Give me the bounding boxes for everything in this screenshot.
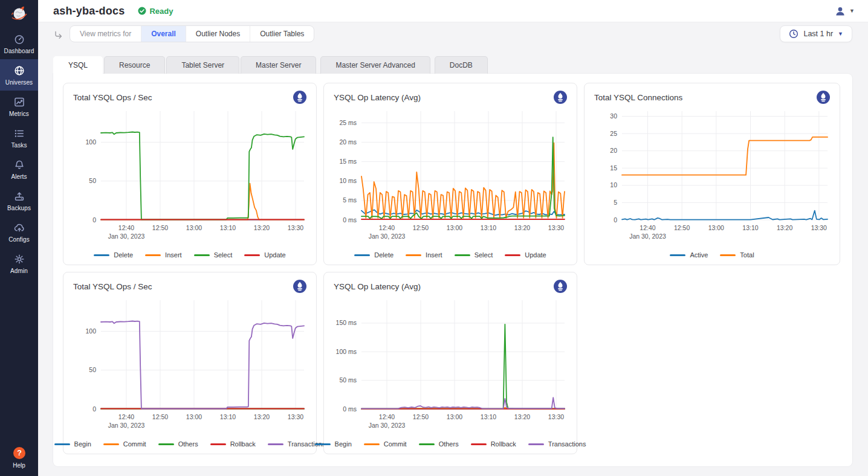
chart-plot[interactable]: 12:40Jan 30, 202312:5013:0013:1013:2013:… — [334, 295, 567, 438]
legend-swatch — [94, 254, 109, 256]
tasks-icon — [13, 127, 25, 140]
sidebar-item-tasks[interactable]: Tasks — [0, 122, 38, 153]
legend-swatch — [103, 443, 119, 445]
sidebar-item-label: Backups — [7, 205, 31, 211]
legend-label: Insert — [165, 251, 182, 259]
legend-item-transactions[interactable]: Transactions — [528, 440, 586, 448]
chart-plot[interactable]: 12:40Jan 30, 202312:5013:0013:1013:2013:… — [73, 295, 306, 438]
universes-icon — [13, 65, 25, 77]
prometheus-icon[interactable] — [293, 91, 306, 104]
legend-item-select[interactable]: Select — [455, 251, 493, 259]
legend-label: Select — [214, 251, 233, 259]
legend-item-active[interactable]: Active — [670, 251, 708, 259]
sidebar-spacer — [0, 279, 38, 440]
legend-item-insert[interactable]: Insert — [145, 251, 182, 259]
legend-label: Begin — [335, 440, 352, 448]
legend-item-commit[interactable]: Commit — [364, 440, 407, 448]
legend-item-delete[interactable]: Delete — [354, 251, 394, 259]
svg-text:13:10: 13:10 — [742, 224, 758, 231]
legend-item-others[interactable]: Others — [419, 440, 459, 448]
legend-label: Rollback — [230, 440, 256, 448]
legend-swatch — [244, 254, 260, 256]
svg-text:13:30: 13:30 — [548, 224, 564, 231]
sidebar-item-label: Metrics — [9, 111, 29, 117]
chart-svg: 12:40Jan 30, 202312:5013:0013:1013:2013:… — [334, 295, 568, 436]
legend-label: Delete — [374, 251, 394, 259]
yugabyte-logo[interactable] — [0, 0, 38, 28]
sidebar-item-configs[interactable]: Configs — [0, 216, 38, 248]
legend-item-delete[interactable]: Delete — [94, 251, 133, 259]
legend-swatch — [419, 443, 435, 445]
tab-ysql[interactable]: YSQL — [53, 56, 103, 74]
legend-item-rollback[interactable]: Rollback — [210, 440, 256, 448]
tab-resource[interactable]: Resource — [104, 56, 165, 74]
scope-option-outlier-tables[interactable]: Outlier Tables — [250, 26, 314, 42]
legend-label: Begin — [74, 440, 91, 448]
legend-item-select[interactable]: Select — [194, 251, 233, 259]
metrics-icon — [13, 96, 25, 108]
chart-title: Total YSQL Ops / Sec — [73, 93, 152, 102]
svg-text:13:00: 13:00 — [186, 413, 202, 420]
legend-item-update[interactable]: Update — [244, 251, 285, 259]
svg-text:20: 20 — [610, 147, 617, 154]
dashboard-icon — [13, 33, 25, 45]
svg-text:13:10: 13:10 — [220, 224, 236, 231]
scope-option-outlier-nodes[interactable]: Outlier Nodes — [186, 26, 250, 42]
prometheus-icon[interactable] — [554, 280, 567, 293]
svg-text:30: 30 — [610, 112, 617, 120]
legend-label: Others — [178, 440, 198, 448]
chart-card-ysql-op-latency: YSQL Op Latency (Avg) 12:40Jan 30, 20231… — [323, 83, 577, 265]
svg-text:13:10: 13:10 — [481, 224, 496, 231]
prometheus-icon[interactable] — [293, 280, 306, 293]
ready-check-icon — [138, 7, 146, 15]
legend-item-begin[interactable]: Begin — [54, 440, 91, 448]
user-caret-icon: ▼ — [849, 8, 855, 14]
legend-swatch — [354, 254, 370, 256]
scope-option-overall[interactable]: Overall — [141, 26, 186, 42]
sidebar-item-dashboard[interactable]: Dashboard — [0, 28, 38, 59]
series-line-total — [622, 137, 828, 175]
sidebar-item-backups[interactable]: Backups — [0, 185, 38, 216]
legend-item-commit[interactable]: Commit — [103, 440, 146, 448]
legend-label: Update — [264, 251, 285, 259]
chart-card-ysql-op-latency-transactions: YSQL Op Latency (Avg) 12:40Jan 30, 20231… — [323, 272, 577, 454]
time-range-selector[interactable]: Last 1 hr ▼ — [780, 25, 852, 42]
sidebar-item-universes[interactable]: Universes — [0, 59, 38, 91]
svg-text:13:10: 13:10 — [481, 413, 496, 420]
chart-plot[interactable]: 12:40Jan 30, 202312:5013:0013:1013:2013:… — [334, 106, 567, 249]
controls-row: View metrics for Overall Outlier Nodes O… — [53, 25, 852, 42]
legend-item-update[interactable]: Update — [505, 251, 546, 259]
tab-tablet-server[interactable]: Tablet Server — [166, 56, 239, 74]
svg-text:25: 25 — [610, 130, 617, 137]
sidebar-item-alerts[interactable]: Alerts — [0, 153, 38, 185]
legend-item-total[interactable]: Total — [720, 251, 754, 259]
sidebar-item-metrics[interactable]: Metrics — [0, 91, 38, 122]
sidebar-item-label: Dashboard — [4, 48, 34, 54]
legend-item-rollback[interactable]: Rollback — [471, 440, 516, 448]
chart-svg: 12:40Jan 30, 202312:5013:0013:1013:2013:… — [334, 106, 568, 246]
sidebar-item-help[interactable]: ? Help — [0, 440, 38, 476]
legend-label: Active — [690, 251, 708, 259]
svg-text:13:30: 13:30 — [548, 413, 564, 420]
chart-plot[interactable]: 12:40Jan 30, 202312:5013:0013:1013:2013:… — [594, 106, 830, 249]
legend-item-insert[interactable]: Insert — [406, 251, 442, 259]
chart-plot[interactable]: 12:40Jan 30, 202312:5013:0013:1013:2013:… — [73, 106, 306, 249]
indent-arrow-icon — [53, 28, 63, 40]
svg-text:13:30: 13:30 — [288, 224, 303, 231]
legend-label: Select — [474, 251, 493, 259]
prometheus-icon[interactable] — [817, 91, 830, 104]
legend-label: Commit — [123, 440, 146, 448]
legend-item-others[interactable]: Others — [158, 440, 198, 448]
legend-item-begin[interactable]: Begin — [315, 440, 352, 448]
chart-title: Total YSQL Connections — [594, 93, 682, 102]
user-menu[interactable]: ▼ — [835, 6, 855, 16]
tab-docdb[interactable]: DocDB — [435, 56, 488, 74]
chart-svg: 12:40Jan 30, 202312:5013:0013:1013:2013:… — [73, 106, 308, 246]
svg-text:12:50: 12:50 — [152, 224, 168, 231]
chart-legend: DeleteInsertSelectUpdate — [334, 251, 567, 259]
tab-master-server[interactable]: Master Server — [241, 56, 316, 74]
sidebar-item-admin[interactable]: Admin — [0, 248, 38, 279]
prometheus-icon[interactable] — [554, 91, 567, 104]
tab-master-server-advanced[interactable]: Master Server Advanced — [320, 56, 430, 74]
admin-icon — [13, 253, 25, 265]
